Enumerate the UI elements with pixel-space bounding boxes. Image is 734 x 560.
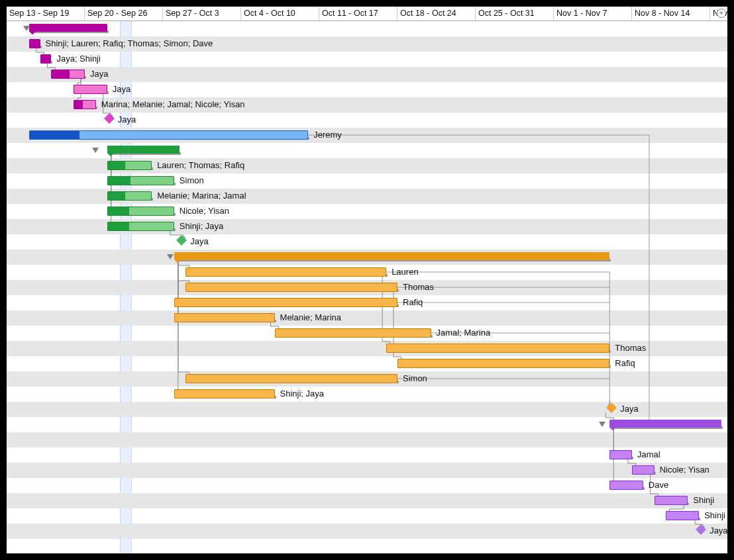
task-bar-orange[interactable] — [174, 298, 397, 307]
gantt-viewport[interactable]: Sep 13 - Sep 19Sep 20 - Sep 26Sep 27 - O… — [7, 7, 727, 553]
timeline-column[interactable]: Oct 11 - Oct 17 — [319, 7, 397, 21]
task-bar-green[interactable] — [107, 222, 174, 231]
task-bar-purple[interactable] — [632, 465, 655, 475]
timeline-column[interactable]: Oct 18 - Oct 24 — [397, 7, 476, 21]
task-bar-blue[interactable] — [29, 130, 308, 140]
timeline-column[interactable]: Oct 25 - Oct 31 — [476, 7, 554, 21]
gantt-row — [7, 143, 727, 158]
gantt-row: Melanie; Marina — [7, 310, 727, 326]
gantt-row: Thomas — [7, 341, 727, 356]
task-assignees: Melanie; Marina — [280, 312, 342, 322]
timeline-column[interactable]: Nov 1 - Nov 7 — [554, 7, 632, 21]
gantt-row: Jaya — [7, 234, 727, 250]
gantt-row: Jaya; Shinji — [7, 52, 727, 67]
task-assignees: Jaya — [118, 115, 136, 124]
gantt-row: Shinji — [7, 493, 727, 508]
gantt-row: Simon — [7, 173, 727, 189]
task-bar-purple[interactable] — [609, 481, 643, 490]
task-assignees: Nicole; Yisan — [660, 465, 709, 475]
timeline-column[interactable]: Sep 27 - Oct 3 — [163, 7, 241, 21]
disclosure-triangle-icon[interactable] — [167, 254, 174, 259]
gantt-row: Lauren; Thomas; Rafiq — [7, 158, 727, 173]
task-assignees: Rafiq — [615, 358, 635, 368]
gantt-row: Simon — [7, 371, 727, 387]
disclosure-triangle-icon[interactable] — [599, 422, 605, 427]
gantt-row — [7, 417, 727, 432]
timeline-column[interactable]: Sep 13 - Sep 19 — [7, 7, 85, 21]
timeline-column[interactable]: Sep 20 - Sep 26 — [85, 7, 163, 21]
task-assignees: Jaya — [709, 526, 727, 536]
gantt-row: Jaya — [7, 524, 727, 539]
gantt-row: Lauren — [7, 265, 727, 280]
timeline-column[interactable]: Nov 8 - Nov 14 — [632, 7, 710, 21]
task-bar-purple[interactable] — [609, 450, 632, 459]
task-assignees: Nicole; Yisan — [180, 206, 229, 216]
task-assignees: Thomas — [615, 343, 646, 353]
task-bar-magenta[interactable] — [74, 85, 107, 94]
timeline-header: Sep 13 - Sep 19Sep 20 - Sep 26Sep 27 - O… — [7, 7, 727, 21]
task-assignees: Melanie; Marina; Jamal — [157, 191, 246, 201]
timeline-column[interactable]: Oct 4 - Oct 10 — [241, 7, 319, 21]
gantt-chart-area[interactable]: Shinji; Lauren; Rafiq; Thomas; Simon; Da… — [7, 21, 727, 553]
milestone-green[interactable] — [174, 236, 185, 247]
task-assignees: Shinji; Jaya — [180, 221, 223, 231]
gantt-row: Jamal — [7, 447, 727, 463]
gantt-row: Jaya — [7, 82, 727, 97]
gantt-row: Jamal; Marina — [7, 326, 727, 341]
task-assignees: Shinji; Jaya — [280, 389, 324, 398]
gantt-row: Shinji — [7, 508, 727, 524]
task-assignees: Jamal; Marina — [437, 328, 491, 338]
task-bar-green[interactable] — [107, 176, 174, 185]
task-assignees: Thomas — [403, 282, 434, 292]
task-bar-orange[interactable] — [185, 283, 397, 292]
task-bar-magenta[interactable] — [74, 100, 96, 109]
task-bar-green[interactable] — [107, 207, 174, 216]
task-bar-green[interactable] — [107, 161, 152, 170]
task-assignees: Marina; Melanie; Jamal; Nicole; Yisan — [101, 99, 245, 109]
task-bar-orange[interactable] — [275, 328, 431, 338]
task-bar-orange[interactable] — [185, 374, 397, 383]
task-assignees: Simon — [180, 175, 204, 185]
gantt-row: Shinji; Jaya — [7, 219, 727, 234]
add-column-button[interactable]: + — [717, 9, 726, 18]
task-bar-purple[interactable] — [655, 496, 688, 505]
task-bar-orange[interactable] — [185, 267, 386, 277]
milestone-magenta[interactable] — [102, 115, 113, 125]
disclosure-triangle-icon[interactable] — [92, 148, 99, 153]
disclosure-triangle-icon[interactable] — [23, 26, 30, 31]
task-bar-orange[interactable] — [397, 359, 609, 368]
gantt-row: Thomas — [7, 280, 727, 295]
task-bar-magenta[interactable] — [40, 54, 52, 64]
task-bar-orange[interactable] — [174, 389, 275, 398]
task-assignees: Jaya — [190, 236, 208, 246]
task-assignees: Shinji; Lauren; Rafiq; Thomas; Simon; Da… — [46, 38, 213, 48]
gantt-row — [7, 21, 727, 36]
gantt-row — [7, 250, 727, 265]
summary-bar-magenta[interactable] — [29, 24, 107, 32]
milestone-purple[interactable] — [694, 526, 704, 536]
task-assignees: Jaya — [620, 404, 638, 414]
summary-bar-orange[interactable] — [174, 252, 609, 260]
task-assignees: Jaya; Shinji — [56, 54, 100, 64]
task-bar-orange[interactable] — [386, 344, 609, 353]
task-bar-magenta[interactable] — [29, 39, 40, 48]
task-assignees: Shinji — [693, 495, 714, 505]
summary-bar-purple[interactable] — [609, 420, 721, 428]
gantt-row: Jeremy — [7, 128, 727, 143]
task-bar-purple[interactable] — [666, 511, 700, 520]
task-assignees: Simon — [403, 373, 427, 383]
gantt-row: Dave — [7, 478, 727, 493]
milestone-orange[interactable] — [604, 404, 615, 414]
task-assignees: Lauren; Thomas; Rafiq — [157, 160, 244, 170]
task-assignees: Jaya — [90, 69, 108, 79]
gantt-row: Melanie; Marina; Jamal — [7, 189, 727, 204]
task-bar-orange[interactable] — [174, 313, 275, 322]
gantt-row — [7, 432, 727, 447]
task-bar-green[interactable] — [107, 191, 152, 201]
gantt-row: Jaya — [7, 67, 727, 82]
task-bar-magenta[interactable] — [51, 70, 85, 79]
task-assignees: Jaya — [113, 84, 131, 94]
gantt-row: Nicole; Yisan — [7, 463, 727, 478]
summary-bar-green[interactable] — [107, 146, 180, 154]
task-assignees: Lauren — [392, 267, 418, 277]
